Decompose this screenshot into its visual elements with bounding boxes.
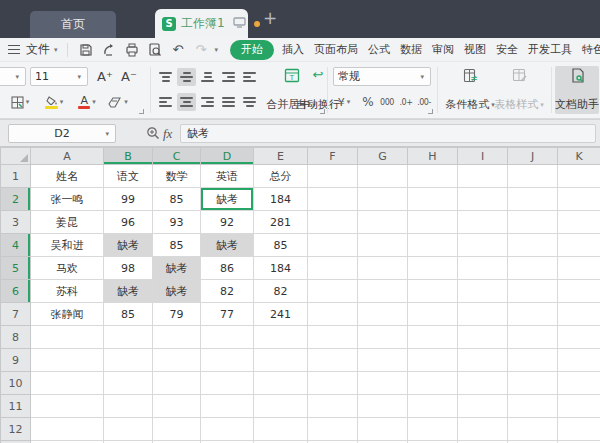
cell-E3[interactable]: 281 xyxy=(254,211,308,234)
empty-cell[interactable] xyxy=(408,257,458,280)
empty-cell[interactable] xyxy=(201,372,254,395)
empty-cell[interactable] xyxy=(408,395,458,418)
font-color-icon[interactable]: A ▾ xyxy=(74,93,102,111)
cell-A4[interactable]: 吴和进 xyxy=(31,234,104,257)
column-header-H[interactable]: H xyxy=(408,148,458,165)
column-header-A[interactable]: A xyxy=(31,148,104,165)
cell-A5[interactable]: 马欢 xyxy=(31,257,104,280)
empty-cell[interactable] xyxy=(308,165,358,188)
empty-cell[interactable] xyxy=(153,372,201,395)
empty-cell[interactable] xyxy=(308,257,358,280)
empty-cell[interactable] xyxy=(31,349,104,372)
empty-cell[interactable] xyxy=(254,372,308,395)
empty-cell[interactable] xyxy=(153,349,201,372)
cell-B7[interactable]: 85 xyxy=(104,303,153,326)
empty-cell[interactable] xyxy=(558,211,600,234)
tab-page-layout[interactable]: 页面布局 xyxy=(309,41,363,59)
cell-C3[interactable]: 93 xyxy=(153,211,201,234)
cell-D7[interactable]: 77 xyxy=(201,303,254,326)
empty-cell[interactable] xyxy=(308,188,358,211)
column-header-B[interactable]: B xyxy=(104,148,153,165)
empty-cell[interactable] xyxy=(508,257,558,280)
row-header-8[interactable]: 8 xyxy=(1,326,31,349)
empty-cell[interactable] xyxy=(104,395,153,418)
percent-format-icon[interactable]: % xyxy=(359,93,377,111)
empty-cell[interactable] xyxy=(508,165,558,188)
monitor-icon[interactable] xyxy=(233,17,246,31)
zoom-magnifier-icon[interactable] xyxy=(146,126,160,143)
justify-icon[interactable] xyxy=(219,93,238,111)
row-header-7[interactable]: 7 xyxy=(1,303,31,326)
file-menu[interactable]: 文件 xyxy=(26,41,50,58)
empty-cell[interactable] xyxy=(458,326,508,349)
empty-cell[interactable] xyxy=(458,165,508,188)
print-preview-icon[interactable] xyxy=(147,41,164,58)
tab-special-apps[interactable]: 特色应用 xyxy=(577,41,600,59)
font-size-combo[interactable]: 11▾ xyxy=(30,67,88,86)
align-middle-icon[interactable] xyxy=(177,68,196,86)
empty-cell[interactable] xyxy=(458,418,508,441)
cell-D5[interactable]: 86 xyxy=(201,257,254,280)
empty-cell[interactable] xyxy=(508,280,558,303)
borders-icon[interactable]: ▾ xyxy=(8,93,34,111)
column-header-K[interactable]: K xyxy=(558,148,600,165)
empty-cell[interactable] xyxy=(308,349,358,372)
increase-indent-icon[interactable] xyxy=(240,68,259,86)
empty-cell[interactable] xyxy=(358,372,408,395)
empty-cell[interactable] xyxy=(408,303,458,326)
empty-cell[interactable] xyxy=(458,349,508,372)
empty-cell[interactable] xyxy=(104,326,153,349)
empty-cell[interactable] xyxy=(358,280,408,303)
distribute-text-icon[interactable] xyxy=(240,93,259,111)
empty-cell[interactable] xyxy=(201,395,254,418)
cell-A7[interactable]: 张静闻 xyxy=(31,303,104,326)
column-header-F[interactable]: F xyxy=(308,148,358,165)
empty-cell[interactable] xyxy=(358,188,408,211)
number-format-combo[interactable]: 常规▾ xyxy=(333,67,431,86)
empty-cell[interactable] xyxy=(408,211,458,234)
row-header-1[interactable]: 1 xyxy=(1,165,31,188)
cell-A6[interactable]: 苏科 xyxy=(31,280,104,303)
cell-C7[interactable]: 79 xyxy=(153,303,201,326)
empty-cell[interactable] xyxy=(558,257,600,280)
cell-E7[interactable]: 241 xyxy=(254,303,308,326)
empty-cell[interactable] xyxy=(458,211,508,234)
fill-color-icon[interactable]: ▾ xyxy=(40,93,70,111)
empty-cell[interactable] xyxy=(508,372,558,395)
decrease-indent-icon[interactable] xyxy=(219,68,238,86)
empty-cell[interactable] xyxy=(408,349,458,372)
print-icon[interactable] xyxy=(124,41,141,58)
empty-cell[interactable] xyxy=(508,395,558,418)
empty-cell[interactable] xyxy=(458,188,508,211)
row-header-5[interactable]: 5 xyxy=(1,257,31,280)
empty-cell[interactable] xyxy=(508,326,558,349)
redo-icon[interactable]: ↷ xyxy=(193,41,210,58)
cell-B4[interactable]: 缺考 xyxy=(104,234,153,257)
empty-cell[interactable] xyxy=(308,372,358,395)
empty-cell[interactable] xyxy=(558,280,600,303)
empty-cell[interactable] xyxy=(308,303,358,326)
empty-cell[interactable] xyxy=(508,418,558,441)
empty-cell[interactable] xyxy=(558,188,600,211)
empty-cell[interactable] xyxy=(558,349,600,372)
empty-cell[interactable] xyxy=(358,395,408,418)
column-header-G[interactable]: G xyxy=(358,148,408,165)
comma-style-icon[interactable]: 000 xyxy=(378,93,396,111)
empty-cell[interactable] xyxy=(254,349,308,372)
tab-dev-tools[interactable]: 开发工具 xyxy=(523,41,577,59)
tab-home[interactable]: 开始 xyxy=(230,40,274,60)
decrease-font-icon[interactable]: A⁻ xyxy=(118,67,140,86)
cell-E4[interactable]: 85 xyxy=(254,234,308,257)
empty-cell[interactable] xyxy=(31,418,104,441)
tab-review[interactable]: 审阅 xyxy=(427,41,459,59)
empty-cell[interactable] xyxy=(408,234,458,257)
column-header-E[interactable]: E xyxy=(254,148,308,165)
empty-cell[interactable] xyxy=(458,303,508,326)
cell-B2[interactable]: 99 xyxy=(104,188,153,211)
increase-font-icon[interactable]: A⁺ xyxy=(94,67,116,86)
select-all-corner[interactable] xyxy=(1,148,31,165)
name-box[interactable]: D2▾ xyxy=(8,124,116,143)
empty-cell[interactable] xyxy=(104,418,153,441)
empty-cell[interactable] xyxy=(558,165,600,188)
empty-cell[interactable] xyxy=(508,234,558,257)
